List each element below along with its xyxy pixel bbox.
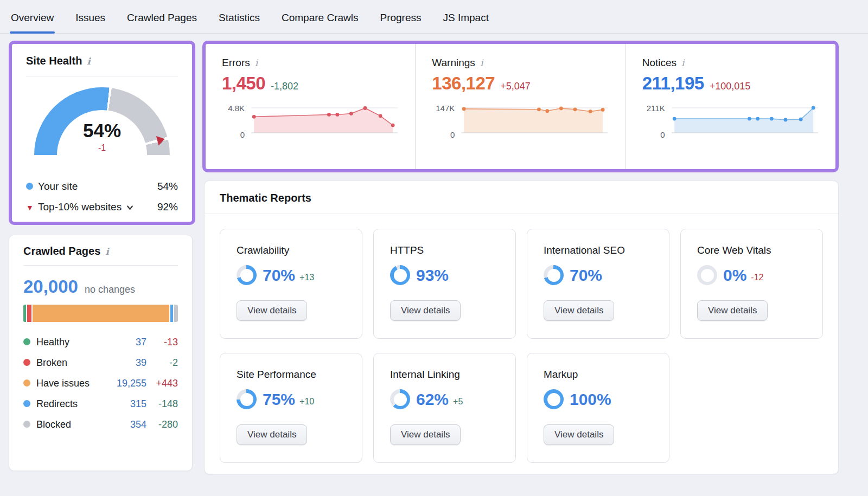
orange-dot-icon xyxy=(23,378,36,389)
card-https: HTTPS 93% View details xyxy=(373,229,516,339)
row-value[interactable]: 37 xyxy=(136,337,146,348)
tab-crawled-pages[interactable]: Crawled Pages xyxy=(126,12,198,33)
tab-progress[interactable]: Progress xyxy=(379,12,422,33)
row-change: -2 xyxy=(146,357,178,369)
info-icon[interactable]: i xyxy=(105,246,108,257)
errors-title: Errors i xyxy=(222,57,399,69)
donut-chart xyxy=(390,265,410,285)
card-title: Crawlability xyxy=(237,244,346,256)
crawled-pages-stacked-bar xyxy=(23,305,178,322)
crawled-total[interactable]: 20,000 xyxy=(23,276,78,297)
errors-title-text: Errors xyxy=(222,57,250,69)
bar-segment-broken[interactable] xyxy=(27,305,32,322)
info-icon[interactable]: i xyxy=(255,57,258,68)
warnings-sparkline xyxy=(460,102,609,136)
view-details-button[interactable]: View details xyxy=(544,424,614,445)
crawled-pages-title: Crawled Pages i xyxy=(23,245,178,257)
info-icon[interactable]: i xyxy=(87,56,90,67)
warnings-value: 136,127 xyxy=(432,73,495,94)
bar-segment-healthy[interactable] xyxy=(23,305,27,322)
card-change: -12 xyxy=(751,273,763,282)
green-dot-icon xyxy=(23,337,36,348)
card-percent: 75% xyxy=(263,390,295,409)
legend-label: Top-10% websites xyxy=(38,201,122,213)
errors-column: Errors i 1,450 -1,802 4.8K 0 xyxy=(206,44,415,169)
chevron-down-icon[interactable] xyxy=(126,203,134,211)
site-health-title-text: Site Health xyxy=(26,55,82,67)
bar-segment-redirects[interactable] xyxy=(170,305,174,322)
row-value[interactable]: 19,255 xyxy=(117,378,146,389)
view-details-button[interactable]: View details xyxy=(237,424,307,445)
tab-statistics[interactable]: Statistics xyxy=(218,12,261,33)
view-details-button[interactable]: View details xyxy=(697,300,768,321)
axis-min-label: 0 xyxy=(450,130,455,139)
warnings-column: Warnings i 136,127 +5,047 147K 0 xyxy=(415,44,625,169)
warnings-title-text: Warnings xyxy=(432,57,475,69)
card-title: Core Web Vitals xyxy=(697,244,806,256)
row-broken: Broken 39 -2 xyxy=(23,352,178,373)
card-title: Site Performance xyxy=(237,369,346,381)
warnings-chart: 147K 0 xyxy=(432,102,609,136)
crawled-pages-title-text: Crawled Pages xyxy=(23,245,100,257)
warnings-axis: 147K 0 xyxy=(432,102,460,136)
notices-sparkline xyxy=(671,102,819,136)
row-label: Blocked xyxy=(36,419,71,430)
warnings-title: Warnings i xyxy=(432,57,609,69)
donut-chart xyxy=(390,389,410,409)
row-value[interactable]: 39 xyxy=(136,357,146,369)
tab-js-impact[interactable]: JS Impact xyxy=(442,12,490,33)
axis-max-label: 147K xyxy=(436,104,455,113)
axis-max-label: 4.8K xyxy=(228,104,245,113)
legend-row-top10: ▼ Top-10% websites 92% xyxy=(26,197,178,217)
info-icon[interactable]: i xyxy=(681,57,684,68)
row-healthy: Healthy 37 -13 xyxy=(23,332,178,352)
row-label: Broken xyxy=(36,357,67,369)
row-change: -13 xyxy=(146,337,178,348)
axis-min-label: 0 xyxy=(240,130,245,139)
thematic-reports-title: Thematic Reports xyxy=(220,192,311,204)
row-change: -148 xyxy=(146,398,178,410)
card-markup: Markup 100% View details xyxy=(527,353,669,463)
top-nav: Overview Issues Crawled Pages Statistics… xyxy=(0,0,868,34)
crawled-pages-legend: Healthy 37 -13 Broken 39 -2 Have issues … xyxy=(23,332,178,435)
card-percent: 93% xyxy=(416,266,449,285)
row-value[interactable]: 354 xyxy=(130,419,146,430)
card-percent: 70% xyxy=(570,266,602,285)
donut-chart xyxy=(237,265,257,285)
site-health-title: Site Health i xyxy=(26,55,178,67)
bar-segment-blocked[interactable] xyxy=(174,305,178,322)
notices-title-text: Notices xyxy=(642,57,676,69)
row-label: Healthy xyxy=(36,337,69,348)
card-change: +13 xyxy=(299,273,314,282)
thematic-cards-grid: Crawlability 70% +13 View details HTTPS … xyxy=(205,214,838,478)
view-details-button[interactable]: View details xyxy=(390,424,461,445)
view-details-button[interactable]: View details xyxy=(544,300,614,321)
gray-dot-icon xyxy=(23,419,36,430)
tab-overview[interactable]: Overview xyxy=(10,12,55,33)
row-have-issues: Have issues 19,255 +443 xyxy=(23,373,178,394)
red-dot-icon xyxy=(23,357,36,369)
row-change: +443 xyxy=(146,378,178,389)
errors-chart: 4.8K 0 xyxy=(222,102,399,136)
row-value[interactable]: 315 xyxy=(130,398,146,410)
site-health-panel: Site Health i 54% -1 Your site 54% ▼ Top… xyxy=(9,41,195,225)
card-percent: 0% xyxy=(723,266,746,285)
card-internal-linking: Internal Linking 62% +5 View details xyxy=(373,353,516,463)
legend-value: 92% xyxy=(157,201,178,213)
view-details-button[interactable]: View details xyxy=(390,300,461,321)
errors-sparkline xyxy=(250,102,399,136)
legend-label: Your site xyxy=(38,181,78,192)
blue-dot-icon xyxy=(23,398,36,410)
crawled-pages-panel: Crawled Pages i 20,000 no changes Health… xyxy=(9,235,193,471)
bar-segment-have-issues[interactable] xyxy=(33,305,170,322)
divider xyxy=(26,76,178,76)
tab-issues[interactable]: Issues xyxy=(74,12,106,33)
tab-compare-crawls[interactable]: Compare Crawls xyxy=(280,12,359,33)
row-label: Have issues xyxy=(36,378,90,389)
site-health-value: 54% xyxy=(34,120,170,141)
info-icon[interactable]: i xyxy=(480,57,483,68)
warnings-change: +5,047 xyxy=(500,81,531,92)
card-international-seo: International SEO 70% View details xyxy=(527,229,669,339)
view-details-button[interactable]: View details xyxy=(237,300,307,321)
donut-chart xyxy=(544,389,564,409)
